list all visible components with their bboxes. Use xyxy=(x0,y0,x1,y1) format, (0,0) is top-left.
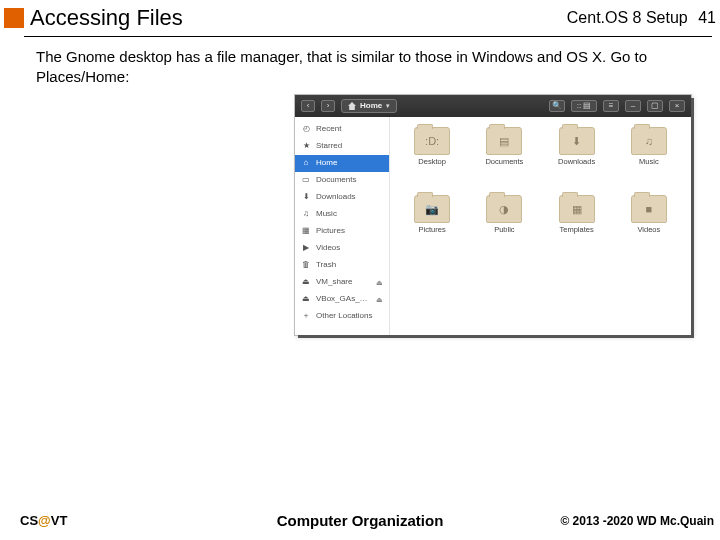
folder-item[interactable]: :D:Desktop xyxy=(396,127,468,191)
folder-icon: ■ xyxy=(631,195,667,223)
folder-item[interactable]: 📷Pictures xyxy=(396,195,468,259)
folder-icon: ▦ xyxy=(559,195,595,223)
sidebar-item[interactable]: ▦Pictures xyxy=(295,223,389,240)
sidebar-item[interactable]: ＋Other Locations xyxy=(295,308,389,325)
sidebar-item-icon: ◴ xyxy=(301,125,311,135)
search-button[interactable]: 🔍 xyxy=(549,100,565,112)
sidebar-item-icon: 🗑 xyxy=(301,261,311,271)
folder-item[interactable]: ⬇Downloads xyxy=(541,127,613,191)
sidebar-item[interactable]: ◴Recent xyxy=(295,121,389,138)
sidebar-item-label: Pictures xyxy=(316,226,383,236)
folder-label: Templates xyxy=(560,226,594,234)
accent-square xyxy=(4,8,24,28)
folder-label: Downloads xyxy=(558,158,595,166)
forward-button[interactable]: › xyxy=(321,100,335,112)
sidebar-item[interactable]: ▭Documents xyxy=(295,172,389,189)
sidebar-item-label: Documents xyxy=(316,175,383,185)
sidebar-item[interactable]: ▶Videos xyxy=(295,240,389,257)
sidebar-item-label: Other Locations xyxy=(316,311,383,321)
folder-item[interactable]: ■Videos xyxy=(613,195,685,259)
sidebar-item-icon: ♫ xyxy=(301,210,311,220)
folder-label: Public xyxy=(494,226,514,234)
header-right: Cent.OS 8 Setup 41 xyxy=(567,9,716,27)
sidebar-item-label: Starred xyxy=(316,141,383,151)
view-toggle[interactable]: :: ▤ xyxy=(571,100,597,112)
close-button[interactable]: × xyxy=(669,100,685,112)
page-number: 41 xyxy=(698,9,716,26)
folder-item[interactable]: ▤Documents xyxy=(468,127,540,191)
sidebar-item-icon: ⬇ xyxy=(301,193,311,203)
folder-icon: ♫ xyxy=(631,127,667,155)
sidebar: ◴Recent★Starred⌂Home▭Documents⬇Downloads… xyxy=(295,117,390,335)
sidebar-item-label: Home xyxy=(316,158,383,168)
sidebar-item[interactable]: 🗑Trash xyxy=(295,257,389,274)
sidebar-item[interactable]: ⌂Home xyxy=(295,155,389,172)
body-paragraph: The Gnome desktop has a file manager, th… xyxy=(36,47,700,86)
folder-icon: 📷 xyxy=(414,195,450,223)
folder-icon: ◑ xyxy=(486,195,522,223)
folder-label: Documents xyxy=(485,158,523,166)
sidebar-item-icon: ▭ xyxy=(301,176,311,186)
sidebar-item-label: VM_share xyxy=(316,277,371,287)
file-manager-window: ‹ › Home ▾ 🔍 :: ▤ ≡ – ▢ × ◴Recent★Starre… xyxy=(294,94,692,336)
path-label: Home xyxy=(360,101,382,111)
folder-label: Videos xyxy=(637,226,660,234)
sidebar-item-icon: ⏏ xyxy=(301,295,311,305)
sidebar-item-label: Downloads xyxy=(316,192,383,202)
path-bar[interactable]: Home ▾ xyxy=(341,99,397,113)
sidebar-item-icon: ▶ xyxy=(301,244,311,254)
sidebar-item-label: VBox_GAs_6… xyxy=(316,294,371,304)
folder-icon: ⬇ xyxy=(559,127,595,155)
sidebar-item[interactable]: ♫Music xyxy=(295,206,389,223)
sidebar-item-icon: ＋ xyxy=(301,312,311,322)
sidebar-item[interactable]: ⏏VBox_GAs_6…⏏ xyxy=(295,291,389,308)
footer-center: Computer Organization xyxy=(0,512,720,529)
sidebar-item[interactable]: ⬇Downloads xyxy=(295,189,389,206)
folder-item[interactable]: ♫Music xyxy=(613,127,685,191)
sidebar-item-label: Music xyxy=(316,209,383,219)
folder-label: Desktop xyxy=(418,158,446,166)
sidebar-item-label: Trash xyxy=(316,260,383,270)
sidebar-item-label: Recent xyxy=(316,124,383,134)
sidebar-item-icon: ▦ xyxy=(301,227,311,237)
sidebar-item-icon: ⌂ xyxy=(301,159,311,169)
folder-label: Pictures xyxy=(419,226,446,234)
path-chevron-icon: ▾ xyxy=(386,101,390,110)
folder-label: Music xyxy=(639,158,659,166)
course-name: Cent.OS 8 Setup xyxy=(567,9,688,26)
menu-button[interactable]: ≡ xyxy=(603,100,619,112)
folder-icon: ▤ xyxy=(486,127,522,155)
folder-grid: :D:Desktop▤Documents⬇Downloads♫Music📷Pic… xyxy=(390,117,691,335)
minimize-button[interactable]: – xyxy=(625,100,641,112)
folder-item[interactable]: ▦Templates xyxy=(541,195,613,259)
folder-icon: :D: xyxy=(414,127,450,155)
slide-title: Accessing Files xyxy=(30,5,567,31)
folder-item[interactable]: ◑Public xyxy=(468,195,540,259)
back-button[interactable]: ‹ xyxy=(301,100,315,112)
eject-icon[interactable]: ⏏ xyxy=(376,295,383,304)
sidebar-item-label: Videos xyxy=(316,243,383,253)
file-manager-toolbar: ‹ › Home ▾ 🔍 :: ▤ ≡ – ▢ × xyxy=(295,95,691,117)
maximize-button[interactable]: ▢ xyxy=(647,100,663,112)
sidebar-item-icon: ★ xyxy=(301,142,311,152)
home-icon xyxy=(348,102,356,110)
sidebar-item[interactable]: ⏏VM_share⏏ xyxy=(295,274,389,291)
sidebar-item[interactable]: ★Starred xyxy=(295,138,389,155)
sidebar-item-icon: ⏏ xyxy=(301,278,311,288)
eject-icon[interactable]: ⏏ xyxy=(376,278,383,287)
